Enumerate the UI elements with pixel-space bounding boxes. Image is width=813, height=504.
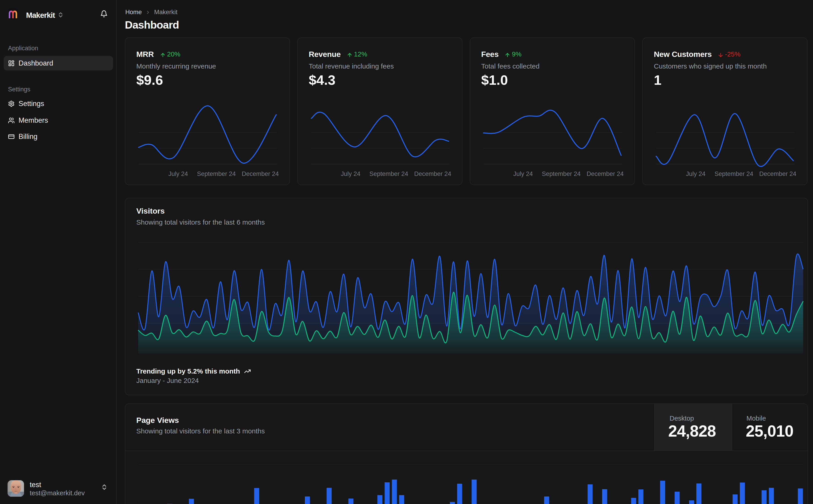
svg-text:July 24: July 24: [686, 170, 706, 177]
svg-text:September 24: September 24: [715, 170, 753, 177]
svg-text:September 24: September 24: [369, 170, 408, 177]
svg-text:July 24: July 24: [168, 170, 188, 177]
svg-text:September 24: September 24: [197, 170, 236, 177]
svg-text:December 24: December 24: [414, 170, 451, 177]
svg-text:July 24: July 24: [513, 170, 533, 177]
svg-text:July 24: July 24: [341, 170, 360, 177]
svg-text:September 24: September 24: [542, 170, 581, 177]
svg-text:December 24: December 24: [759, 170, 796, 177]
svg-text:December 24: December 24: [586, 170, 624, 177]
svg-text:December 24: December 24: [242, 170, 279, 177]
